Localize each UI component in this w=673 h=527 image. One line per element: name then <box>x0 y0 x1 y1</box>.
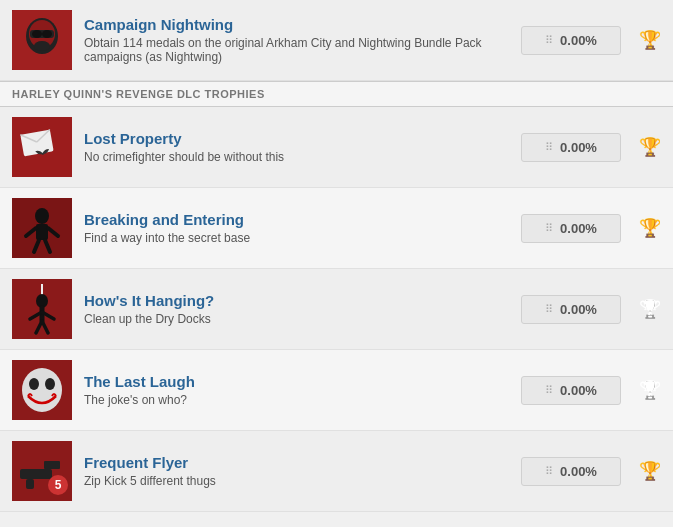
trophy-pct-frequent-flyer: 0.00% <box>560 464 597 479</box>
trophy-title-campaign-nightwing: Campaign Nightwing <box>84 16 509 33</box>
trophy-image-lost-property <box>12 117 72 177</box>
trophy-desc-frequent-flyer: Zip Kick 5 different thugs <box>84 474 509 488</box>
trophy-desc-campaign-nightwing: Obtain 114 medals on the original Arkham… <box>84 36 509 64</box>
svg-point-30 <box>45 378 55 390</box>
trophy-row-campaign-nightwing: Campaign Nightwing Obtain 114 medals on … <box>0 0 673 81</box>
trophy-stat-last-laugh: ⠿ 0.00% <box>521 376 621 405</box>
trophy-info-breaking-entering: Breaking and Entering Find a way into th… <box>84 211 509 245</box>
trophy-pct-breaking-entering: 0.00% <box>560 221 597 236</box>
trophy-desc-last-laugh: The joke's on who? <box>84 393 509 407</box>
dots-icon-4: ⠿ <box>545 384 554 397</box>
svg-rect-32 <box>20 469 52 479</box>
trophy-info-last-laugh: The Last Laugh The joke's on who? <box>84 373 509 407</box>
trophy-desc-breaking-entering: Find a way into the secret base <box>84 231 509 245</box>
trophy-row-breaking-entering: Breaking and Entering Find a way into th… <box>0 188 673 269</box>
trophy-cup-lost-property: 🏆 <box>639 136 661 158</box>
trophy-info-frequent-flyer: Frequent Flyer Zip Kick 5 different thug… <box>84 454 509 488</box>
trophy-image-hows-it-hanging <box>12 279 72 339</box>
dots-icon-1: ⠿ <box>545 141 554 154</box>
dots-icon-3: ⠿ <box>545 303 554 316</box>
trophy-pct-campaign-nightwing: 0.00% <box>560 33 597 48</box>
section-header-harley: HARLEY QUINN'S REVENGE DLC TROPHIES <box>0 81 673 107</box>
dots-icon-0: ⠿ <box>545 34 554 47</box>
trophy-stat-breaking-entering: ⠿ 0.00% <box>521 214 621 243</box>
trophy-row-frequent-flyer: 5 Frequent Flyer Zip Kick 5 different th… <box>0 431 673 512</box>
trophy-cup-hows-it-hanging: 🏆 <box>639 298 661 320</box>
trophy-title-frequent-flyer: Frequent Flyer <box>84 454 509 471</box>
trophy-row-last-laugh: The Last Laugh The joke's on who? ⠿ 0.00… <box>0 350 673 431</box>
svg-point-6 <box>42 30 52 38</box>
dots-icon-5: ⠿ <box>545 465 554 478</box>
trophy-row-hows-it-hanging: How's It Hanging? Clean up the Dry Docks… <box>0 269 673 350</box>
svg-point-29 <box>29 378 39 390</box>
trophy-desc-hows-it-hanging: Clean up the Dry Docks <box>84 312 509 326</box>
trophy-desc-lost-property: No crimefighter should be without this <box>84 150 509 164</box>
trophy-image-breaking-entering <box>12 198 72 258</box>
trophy-stat-lost-property: ⠿ 0.00% <box>521 133 621 162</box>
trophy-title-breaking-entering: Breaking and Entering <box>84 211 509 228</box>
trophy-row-lost-property: Lost Property No crimefighter should be … <box>0 107 673 188</box>
trophy-image-last-laugh <box>12 360 72 420</box>
trophy-pct-hows-it-hanging: 0.00% <box>560 302 597 317</box>
svg-rect-14 <box>36 224 48 240</box>
trophy-stat-hows-it-hanging: ⠿ 0.00% <box>521 295 621 324</box>
svg-point-13 <box>35 208 49 224</box>
dots-icon-2: ⠿ <box>545 222 554 235</box>
trophy-info-hows-it-hanging: How's It Hanging? Clean up the Dry Docks <box>84 292 509 326</box>
trophy-stat-campaign-nightwing: ⠿ 0.00% <box>521 26 621 55</box>
trophy-image-campaign-nightwing <box>12 10 72 70</box>
svg-point-5 <box>32 30 42 38</box>
svg-rect-34 <box>26 479 34 489</box>
svg-point-7 <box>34 41 50 51</box>
trophy-title-last-laugh: The Last Laugh <box>84 373 509 390</box>
trophy-cup-campaign-nightwing: 🏆 <box>639 29 661 51</box>
svg-rect-33 <box>44 461 60 469</box>
trophy-stat-frequent-flyer: ⠿ 0.00% <box>521 457 621 486</box>
svg-text:5: 5 <box>55 478 62 492</box>
trophy-info-lost-property: Lost Property No crimefighter should be … <box>84 130 509 164</box>
trophy-cup-last-laugh: 🏆 <box>639 379 661 401</box>
svg-point-28 <box>22 368 62 412</box>
trophy-title-lost-property: Lost Property <box>84 130 509 147</box>
trophy-image-frequent-flyer: 5 <box>12 441 72 501</box>
trophy-pct-last-laugh: 0.00% <box>560 383 597 398</box>
trophy-title-hows-it-hanging: How's It Hanging? <box>84 292 509 309</box>
trophy-info-campaign-nightwing: Campaign Nightwing Obtain 114 medals on … <box>84 16 509 64</box>
trophy-pct-lost-property: 0.00% <box>560 140 597 155</box>
trophy-cup-frequent-flyer: 🏆 <box>639 460 661 482</box>
trophy-cup-breaking-entering: 🏆 <box>639 217 661 239</box>
